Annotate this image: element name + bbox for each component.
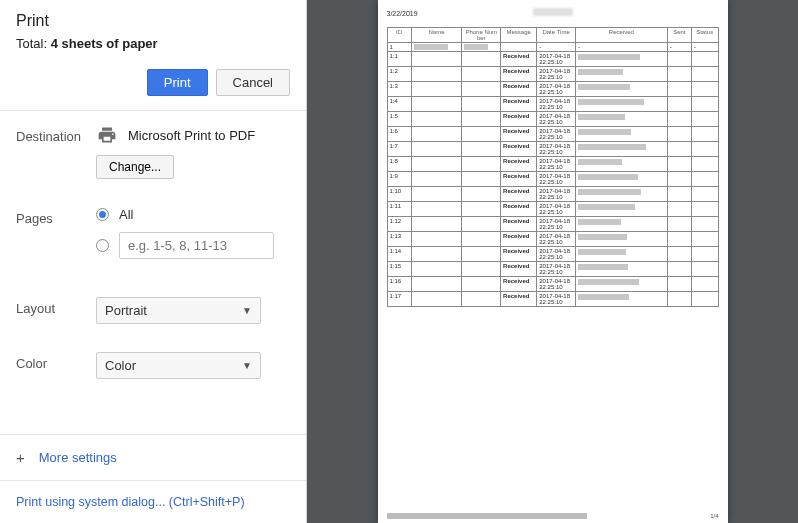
table-row: 1:10Received2017-04-18 22:25:10: [387, 187, 718, 202]
color-row: Color Color ▼: [0, 338, 306, 393]
printer-icon: [96, 125, 118, 145]
layout-row: Layout Portrait ▼: [0, 283, 306, 338]
table-header: Message: [501, 28, 537, 43]
color-select[interactable]: Color ▼: [96, 352, 261, 379]
color-label: Color: [16, 352, 96, 371]
destination-name: Microsoft Print to PDF: [128, 128, 255, 143]
table-row: 1:13Received2017-04-18 22:25:10: [387, 232, 718, 247]
total-prefix: Total:: [16, 36, 51, 51]
more-settings-label: More settings: [39, 450, 117, 465]
table-row: 1:4Received2017-04-18 22:25:10: [387, 97, 718, 112]
table-header: Date Time: [537, 28, 576, 43]
dialog-title: Print: [16, 12, 290, 30]
change-destination-button[interactable]: Change...: [96, 155, 174, 179]
destination-row: Destination Microsoft Print to PDF Chang…: [0, 111, 306, 193]
pages-range-input[interactable]: [119, 232, 274, 259]
layout-value: Portrait: [105, 303, 147, 318]
print-sidebar: Print Total: 4 sheets of paper Print Can…: [0, 0, 307, 523]
cancel-button[interactable]: Cancel: [216, 69, 290, 96]
table-row: 1:11Received2017-04-18 22:25:10: [387, 202, 718, 217]
layout-select[interactable]: Portrait ▼: [96, 297, 261, 324]
pages-range-option[interactable]: [96, 232, 290, 259]
table-row: 1:12Received2017-04-18 22:25:10: [387, 217, 718, 232]
destination-label: Destination: [16, 125, 96, 144]
table-row: 1----: [387, 43, 718, 52]
table-row: 1:9Received2017-04-18 22:25:10: [387, 172, 718, 187]
table-row: 1:15Received2017-04-18 22:25:10: [387, 262, 718, 277]
preview-title-redacted: [533, 8, 573, 16]
more-settings-toggle[interactable]: + More settings: [0, 434, 306, 480]
print-button[interactable]: Print: [147, 69, 208, 96]
table-row: 1:6Received2017-04-18 22:25:10: [387, 127, 718, 142]
table-header: Phone Number: [462, 28, 501, 43]
page-number: 1/4: [710, 513, 718, 519]
footer-path-redacted: [387, 513, 587, 519]
pages-all-label: All: [119, 207, 133, 222]
preview-table: IDNamePhone NumberMessageDate TimeReceiv…: [387, 27, 719, 307]
table-row: 1:2Received2017-04-18 22:25:10: [387, 67, 718, 82]
system-dialog-link[interactable]: Print using system dialog... (Ctrl+Shift…: [0, 480, 306, 523]
header-block: Print Total: 4 sheets of paper Print Can…: [0, 0, 306, 111]
table-row: 1:14Received2017-04-18 22:25:10: [387, 247, 718, 262]
button-row: Print Cancel: [16, 69, 290, 96]
system-dialog-label: Print using system dialog... (Ctrl+Shift…: [16, 495, 245, 509]
color-value: Color: [105, 358, 136, 373]
preview-footer: 1/4: [387, 513, 719, 519]
table-row: 1:16Received2017-04-18 22:25:10: [387, 277, 718, 292]
pages-row: Pages All: [0, 193, 306, 283]
table-row: 1:1Received2017-04-18 22:25:10: [387, 52, 718, 67]
preview-page: 3/22/2019 IDNamePhone NumberMessageDate …: [378, 0, 728, 523]
table-row: 1:17Received2017-04-18 22:25:10: [387, 292, 718, 307]
settings-list: Destination Microsoft Print to PDF Chang…: [0, 111, 306, 434]
table-header: Received: [575, 28, 667, 43]
chevron-down-icon: ▼: [242, 305, 252, 316]
table-header: Status: [691, 28, 718, 43]
radio-all-icon[interactable]: [96, 208, 109, 221]
table-header: Sent: [667, 28, 691, 43]
pages-label: Pages: [16, 207, 96, 226]
total-line: Total: 4 sheets of paper: [16, 36, 290, 51]
table-row: 1:7Received2017-04-18 22:25:10: [387, 142, 718, 157]
table-row: 1:5Received2017-04-18 22:25:10: [387, 112, 718, 127]
layout-label: Layout: [16, 297, 96, 316]
destination-value-row: Microsoft Print to PDF: [96, 125, 290, 145]
table-header: Name: [411, 28, 462, 43]
radio-range-icon[interactable]: [96, 239, 109, 252]
chevron-down-icon: ▼: [242, 360, 252, 371]
pages-all-option[interactable]: All: [96, 207, 290, 222]
plus-icon: +: [16, 449, 25, 466]
preview-area[interactable]: 3/22/2019 IDNamePhone NumberMessageDate …: [307, 0, 798, 523]
table-header: ID: [387, 28, 411, 43]
table-row: 1:3Received2017-04-18 22:25:10: [387, 82, 718, 97]
table-row: 1:8Received2017-04-18 22:25:10: [387, 157, 718, 172]
total-value: 4 sheets of paper: [51, 36, 158, 51]
